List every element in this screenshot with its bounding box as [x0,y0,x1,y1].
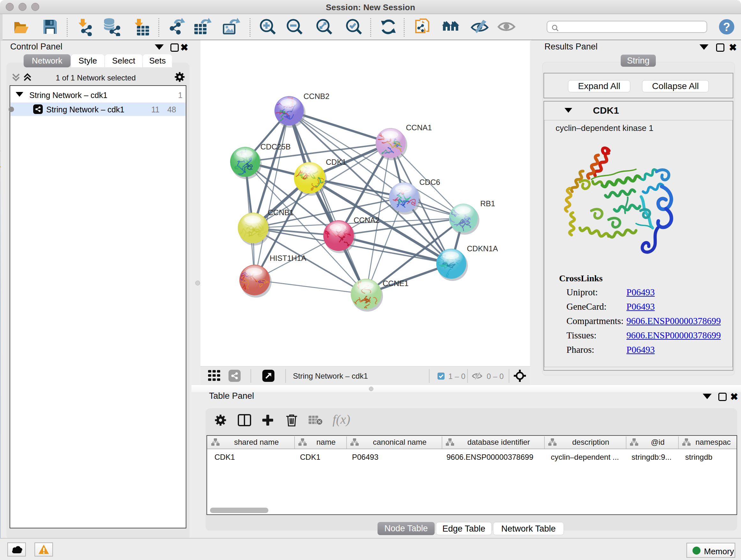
svg-text:CDC6: CDC6 [419,178,440,186]
svg-text:?: ? [723,20,730,34]
svg-text:CCNB2: CCNB2 [304,92,329,101]
svg-text:CCNE1: CCNE1 [383,279,408,288]
svg-text:CCNA2: CCNA2 [354,216,380,225]
svg-text:CDC25B: CDC25B [260,142,291,151]
svg-text:CCNB1: CCNB1 [268,208,293,217]
svg-text:RB1: RB1 [480,199,495,208]
svg-text:CDKN1A: CDKN1A [467,244,498,253]
svg-text:CDK1: CDK1 [326,158,346,166]
svg-text:CCNA1: CCNA1 [406,123,432,132]
svg-text:HIST1H1A: HIST1H1A [270,254,307,262]
